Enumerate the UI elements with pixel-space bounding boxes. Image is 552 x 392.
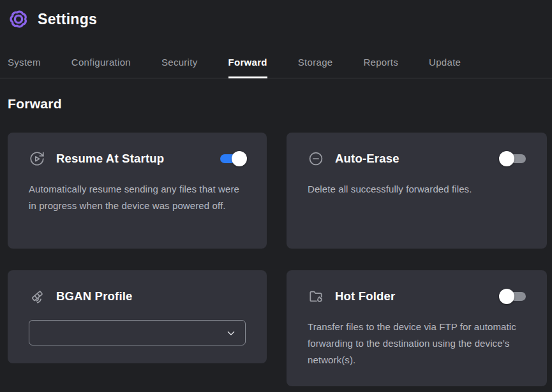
card-title: Hot Folder (335, 289, 396, 303)
resume-icon (29, 150, 45, 167)
auto-erase-toggle[interactable] (500, 154, 526, 163)
tab-system[interactable]: System (8, 57, 41, 78)
toggle-knob (499, 151, 514, 166)
settings-cards-grid: Resume At Startup Automatically resume s… (8, 133, 547, 386)
tab-configuration[interactable]: Configuration (71, 57, 131, 78)
hot-folder-toggle[interactable] (500, 292, 526, 301)
card-auto-erase: Auto-Erase Delete all successfully forwa… (287, 133, 547, 249)
card-description: Transfer files to the device via FTP for… (308, 319, 526, 368)
card-header: Resume At Startup (29, 150, 246, 167)
card-title: Resume At Startup (56, 152, 164, 166)
page-title: Settings (38, 11, 97, 28)
satellite-icon (29, 288, 45, 305)
toggle-knob (499, 289, 514, 304)
minus-circle-icon (308, 150, 324, 167)
settings-gear-icon (6, 7, 31, 31)
card-bgan-profile: BGAN Profile (8, 270, 267, 363)
settings-tabbar: System Configuration Security Forward St… (0, 57, 552, 78)
toggle-knob (232, 151, 247, 166)
tab-storage[interactable]: Storage (298, 57, 333, 78)
card-description: Delete all successfully forwarded files. (308, 181, 526, 198)
tab-update[interactable]: Update (429, 57, 461, 78)
tab-reports[interactable]: Reports (363, 57, 398, 78)
app-header: Settings (0, 0, 552, 33)
card-resume-at-startup: Resume At Startup Automatically resume s… (8, 133, 267, 249)
tab-forward[interactable]: Forward (228, 57, 267, 78)
card-title: BGAN Profile (56, 289, 133, 303)
card-title: Auto-Erase (335, 152, 399, 166)
card-hot-folder: Hot Folder Transfer files to the device … (287, 270, 547, 386)
tab-security[interactable]: Security (161, 57, 198, 78)
section-heading: Forward (8, 96, 552, 112)
chevron-down-icon (225, 328, 237, 339)
card-description: Automatically resume sending any files t… (29, 181, 246, 214)
bgan-profile-select[interactable] (29, 320, 246, 345)
card-header: BGAN Profile (29, 288, 246, 305)
resume-at-startup-toggle[interactable] (220, 154, 246, 163)
card-header: Auto-Erase (308, 150, 526, 167)
folder-flame-icon (308, 288, 324, 305)
card-header: Hot Folder (308, 288, 526, 305)
